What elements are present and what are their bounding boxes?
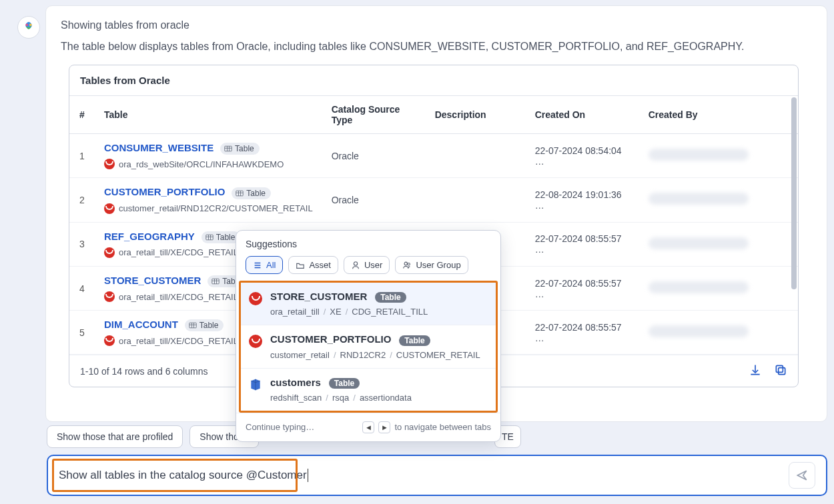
redacted-text xyxy=(649,281,749,293)
folder-icon xyxy=(296,261,305,270)
cell-created-on: 22-08-2024 19:01:36 … xyxy=(526,178,639,222)
filter-asset[interactable]: Asset xyxy=(288,256,338,274)
table-path: customer_retail/RND12CR2/CUSTOMER_RETAIL xyxy=(104,203,313,214)
send-button[interactable] xyxy=(789,462,815,489)
col-catalog-source-type[interactable]: Catalog Source Type xyxy=(322,96,426,134)
response-subheading: The table below displays tables from Ora… xyxy=(61,41,812,53)
table-pagination-text: 1-10 of 14 rows and 6 columns xyxy=(80,366,207,377)
redacted-text xyxy=(649,237,749,249)
svg-rect-3 xyxy=(225,147,232,152)
suggestions-footer: Continue typing… ◄ ► to navigate between… xyxy=(236,413,500,441)
suggestions-filter-row: All Asset User User Group xyxy=(236,256,500,281)
table-name-link[interactable]: STORE_CUSTOMER xyxy=(104,275,201,286)
suggestions-title: Suggestions xyxy=(236,231,500,256)
cell-table: CONSUMER_WEBSITE Table ora_rds_webSite/O… xyxy=(95,134,322,178)
suggestion-item[interactable]: customers Table redshift_scan/rsqa/asser… xyxy=(241,369,496,411)
suggestion-path: customer_retail/RND12CR2/CUSTOMER_RETAIL xyxy=(270,350,488,360)
redacted-text xyxy=(649,325,749,337)
table-icon xyxy=(205,233,214,241)
cell-created-by xyxy=(639,178,798,222)
cell-created-by xyxy=(639,266,798,310)
cell-created-on: 22-07-2024 08:55:57 … xyxy=(526,266,639,310)
suggestion-badge: Table xyxy=(329,378,360,389)
suggestion-title: STORE_CUSTOMER xyxy=(270,291,367,302)
table-badge: Table xyxy=(185,319,224,331)
table-icon xyxy=(236,189,244,197)
filter-user-group-label: User Group xyxy=(416,260,460,270)
path-text: ora_retail_till/XE/CDG_RETAIL_TI xyxy=(119,336,251,346)
suggestion-path: ora_retail_till/XE/CDG_RETAIL_TILL xyxy=(270,307,488,317)
table-badge-text: Table xyxy=(246,189,266,198)
oracle-icon xyxy=(104,159,115,169)
cell-created-by xyxy=(639,311,798,355)
nav-hint-text: to navigate between tabs xyxy=(394,422,491,432)
svg-point-29 xyxy=(404,262,407,265)
svg-rect-11 xyxy=(206,235,214,240)
cell-created-by xyxy=(639,222,798,266)
arrow-left-key: ◄ xyxy=(362,421,374,433)
suggestion-title: CUSTOMER_PORTFOLIO xyxy=(270,333,391,345)
download-button[interactable] xyxy=(749,363,762,379)
svg-rect-15 xyxy=(212,279,220,284)
col-index[interactable]: # xyxy=(69,96,95,134)
oracle-icon xyxy=(249,335,262,348)
table-badge-text: Table xyxy=(235,144,254,153)
path-text: ora_rds_webSite/ORCL/INFAHAWKDEMO xyxy=(119,159,284,169)
copy-icon xyxy=(774,363,787,377)
oracle-icon xyxy=(249,292,262,305)
row-index: 5 xyxy=(69,311,95,355)
svg-point-2 xyxy=(29,24,32,27)
table-badge-text: Table xyxy=(199,321,219,330)
oracle-icon xyxy=(104,247,115,258)
filter-user-label: User xyxy=(364,260,382,270)
filter-user[interactable]: User xyxy=(344,256,390,274)
cell-description xyxy=(426,134,526,178)
filter-user-group[interactable]: User Group xyxy=(395,256,468,274)
suggestion-chips-row: Show those that are profiled Show those xyxy=(47,425,259,448)
assistant-avatar xyxy=(17,16,40,39)
copy-button[interactable] xyxy=(774,363,787,379)
path-text: customer_retail/RND12CR2/CUSTOMER_RETAIL xyxy=(119,203,313,213)
svg-point-1 xyxy=(25,24,28,27)
table-name-link[interactable]: CUSTOMER_PORTFOLIO xyxy=(104,186,225,197)
svg-point-28 xyxy=(354,261,357,265)
col-description[interactable]: Description xyxy=(426,96,526,134)
suggestion-item[interactable]: CUSTOMER_PORTFOLIO Table customer_retail… xyxy=(241,325,496,368)
suggestion-chip[interactable]: Show those that are profiled xyxy=(47,425,183,448)
table-badge: Table xyxy=(201,231,241,243)
chat-input-text[interactable]: Show all tables in the catalog source @C… xyxy=(59,469,789,483)
col-created-by[interactable]: Created By xyxy=(639,96,798,134)
redacted-text xyxy=(649,193,749,205)
cell-catalog: Oracle xyxy=(322,134,426,178)
svg-rect-23 xyxy=(779,368,785,375)
path-text: ora_retail_till/XE/CDG_RETAIL_TI xyxy=(119,247,251,257)
suggestion-item[interactable]: STORE_CUSTOMER Table ora_retail_till/XE/… xyxy=(241,283,496,325)
table-name-link[interactable]: CONSUMER_WEBSITE xyxy=(104,142,214,153)
arrow-right-key: ► xyxy=(378,421,390,433)
col-created-on[interactable]: Created On xyxy=(526,96,639,134)
table-name-link[interactable]: REF_GEOGRAPHY xyxy=(104,231,195,242)
table-path: ora_rds_webSite/ORCL/INFAHAWKDEMO xyxy=(104,159,313,169)
cell-created-by xyxy=(639,134,798,178)
chat-input[interactable]: Show all tables in the catalog source @C… xyxy=(47,455,827,496)
cell-created-on: 22-07-2024 08:55:57 … xyxy=(526,311,639,355)
filter-all-label: All xyxy=(266,260,276,270)
suggestions-popup: Suggestions All Asset User User Group ST… xyxy=(236,230,501,442)
cell-created-on: 22-07-2024 08:54:04 … xyxy=(526,134,639,178)
table-scrollbar[interactable] xyxy=(791,97,797,289)
col-table[interactable]: Table xyxy=(95,96,322,134)
table-row: 1 CONSUMER_WEBSITE Table ora_rds_webSite… xyxy=(69,134,798,178)
send-icon xyxy=(795,469,809,482)
suggestion-badge: Table xyxy=(399,335,430,346)
row-index: 3 xyxy=(69,222,95,266)
filter-all[interactable]: All xyxy=(246,256,283,274)
table-icon xyxy=(224,145,232,153)
table-row: 2 CUSTOMER_PORTFOLIO Table customer_reta… xyxy=(69,178,798,222)
svg-rect-24 xyxy=(776,366,783,373)
table-name-link[interactable]: DIM_ACCOUNT xyxy=(104,319,178,330)
svg-rect-19 xyxy=(189,323,196,329)
cell-table: CUSTOMER_PORTFOLIO Table customer_retail… xyxy=(95,178,322,222)
redacted-text xyxy=(649,149,749,161)
user-group-icon xyxy=(402,261,412,270)
redshift-icon xyxy=(249,378,262,391)
